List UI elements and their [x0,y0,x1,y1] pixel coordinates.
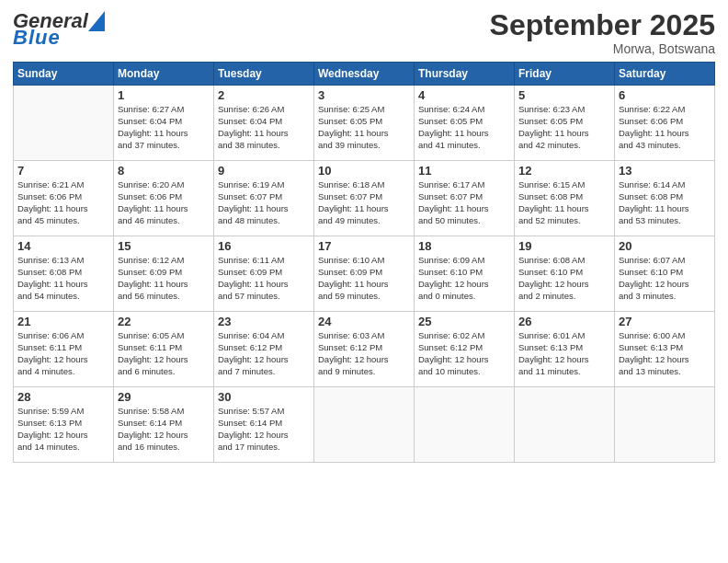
day-number: 13 [619,164,711,178]
month-title: September 2025 [490,9,715,41]
table-row: 19Sunrise: 6:08 AM Sunset: 6:10 PM Dayli… [515,236,615,312]
calendar-week-row: 21Sunrise: 6:06 AM Sunset: 6:11 PM Dayli… [14,312,715,387]
table-row: 29Sunrise: 5:58 AM Sunset: 6:14 PM Dayli… [114,387,214,463]
table-row: 13Sunrise: 6:14 AM Sunset: 6:08 PM Dayli… [615,161,715,236]
cell-info: Sunrise: 6:09 AM Sunset: 6:10 PM Dayligh… [418,255,510,302]
col-thursday: Thursday [415,63,515,86]
table-row: 24Sunrise: 6:03 AM Sunset: 6:12 PM Dayli… [314,312,415,387]
day-number: 30 [218,390,310,404]
table-row: 28Sunrise: 5:59 AM Sunset: 6:13 PM Dayli… [14,387,114,463]
day-number: 18 [418,239,510,253]
table-row: 8Sunrise: 6:20 AM Sunset: 6:06 PM Daylig… [114,161,214,236]
calendar-week-row: 1Sunrise: 6:27 AM Sunset: 6:04 PM Daylig… [14,86,715,161]
col-monday: Monday [114,63,214,86]
table-row: 27Sunrise: 6:00 AM Sunset: 6:13 PM Dayli… [615,312,715,387]
cell-info: Sunrise: 6:13 AM Sunset: 6:08 PM Dayligh… [17,255,109,302]
cell-info: Sunrise: 6:11 AM Sunset: 6:09 PM Dayligh… [218,255,310,302]
calendar-week-row: 14Sunrise: 6:13 AM Sunset: 6:08 PM Dayli… [14,236,715,312]
table-row: 22Sunrise: 6:05 AM Sunset: 6:11 PM Dayli… [114,312,214,387]
logo-arrow-icon [88,11,105,31]
cell-info: Sunrise: 6:27 AM Sunset: 6:04 PM Dayligh… [118,104,210,151]
table-row: 30Sunrise: 5:57 AM Sunset: 6:14 PM Dayli… [214,387,314,463]
table-row: 2Sunrise: 6:26 AM Sunset: 6:04 PM Daylig… [214,86,314,161]
day-number: 19 [518,239,610,253]
day-number: 28 [17,390,109,404]
table-row: 15Sunrise: 6:12 AM Sunset: 6:09 PM Dayli… [114,236,214,312]
day-number: 15 [118,239,210,253]
day-number: 16 [218,239,310,253]
day-number: 5 [518,88,610,102]
day-number: 10 [318,164,410,178]
table-row: 26Sunrise: 6:01 AM Sunset: 6:13 PM Dayli… [515,312,615,387]
day-number: 26 [518,315,610,328]
table-row: 5Sunrise: 6:23 AM Sunset: 6:05 PM Daylig… [515,86,615,161]
cell-info: Sunrise: 6:26 AM Sunset: 6:04 PM Dayligh… [218,104,310,151]
cell-info: Sunrise: 6:05 AM Sunset: 6:11 PM Dayligh… [118,330,210,377]
col-friday: Friday [515,63,615,86]
cell-info: Sunrise: 6:07 AM Sunset: 6:10 PM Dayligh… [619,255,711,302]
cell-info: Sunrise: 6:10 AM Sunset: 6:09 PM Dayligh… [318,255,410,302]
cell-info: Sunrise: 5:57 AM Sunset: 6:14 PM Dayligh… [218,406,310,453]
day-number: 20 [619,239,711,253]
day-number: 11 [418,164,510,178]
day-number: 4 [418,88,510,102]
table-row: 17Sunrise: 6:10 AM Sunset: 6:09 PM Dayli… [314,236,415,312]
calendar-table: Sunday Monday Tuesday Wednesday Thursday… [13,62,715,463]
col-tuesday: Tuesday [214,63,314,86]
table-row [314,387,415,463]
col-saturday: Saturday [615,63,715,86]
day-number: 25 [418,315,510,328]
header: General Blue September 2025 Morwa, Botsw… [13,9,715,56]
cell-info: Sunrise: 6:21 AM Sunset: 6:06 PM Dayligh… [17,179,109,226]
table-row: 10Sunrise: 6:18 AM Sunset: 6:07 PM Dayli… [314,161,415,236]
cell-info: Sunrise: 6:23 AM Sunset: 6:05 PM Dayligh… [518,104,610,151]
logo-blue: Blue [13,26,61,49]
cell-info: Sunrise: 6:08 AM Sunset: 6:10 PM Dayligh… [518,255,610,302]
day-number: 22 [118,315,210,328]
logo: General Blue [13,9,105,50]
cell-info: Sunrise: 6:03 AM Sunset: 6:12 PM Dayligh… [318,330,410,377]
day-number: 9 [218,164,310,178]
table-row: 1Sunrise: 6:27 AM Sunset: 6:04 PM Daylig… [114,86,214,161]
cell-info: Sunrise: 5:58 AM Sunset: 6:14 PM Dayligh… [118,406,210,453]
day-number: 8 [118,164,210,178]
day-number: 3 [318,88,410,102]
table-row: 14Sunrise: 6:13 AM Sunset: 6:08 PM Dayli… [14,236,114,312]
col-sunday: Sunday [14,63,114,86]
day-number: 2 [218,88,310,102]
title-block: September 2025 Morwa, Botswana [490,9,715,56]
cell-info: Sunrise: 6:24 AM Sunset: 6:05 PM Dayligh… [418,104,510,151]
cell-info: Sunrise: 6:15 AM Sunset: 6:08 PM Dayligh… [518,179,610,226]
cell-info: Sunrise: 6:02 AM Sunset: 6:12 PM Dayligh… [418,330,510,377]
day-number: 27 [619,315,711,328]
calendar-week-row: 28Sunrise: 5:59 AM Sunset: 6:13 PM Dayli… [14,387,715,463]
table-row: 4Sunrise: 6:24 AM Sunset: 6:05 PM Daylig… [415,86,515,161]
day-number: 7 [17,164,109,178]
weekday-header-row: Sunday Monday Tuesday Wednesday Thursday… [14,63,715,86]
cell-info: Sunrise: 6:25 AM Sunset: 6:05 PM Dayligh… [318,104,410,151]
table-row: 12Sunrise: 6:15 AM Sunset: 6:08 PM Dayli… [515,161,615,236]
table-row: 23Sunrise: 6:04 AM Sunset: 6:12 PM Dayli… [214,312,314,387]
cell-info: Sunrise: 6:14 AM Sunset: 6:08 PM Dayligh… [619,179,711,226]
cell-info: Sunrise: 6:04 AM Sunset: 6:12 PM Dayligh… [218,330,310,377]
table-row: 7Sunrise: 6:21 AM Sunset: 6:06 PM Daylig… [14,161,114,236]
table-row: 9Sunrise: 6:19 AM Sunset: 6:07 PM Daylig… [214,161,314,236]
day-number: 12 [518,164,610,178]
cell-info: Sunrise: 6:06 AM Sunset: 6:11 PM Dayligh… [17,330,109,377]
cell-info: Sunrise: 5:59 AM Sunset: 6:13 PM Dayligh… [17,406,109,453]
day-number: 6 [619,88,711,102]
table-row: 16Sunrise: 6:11 AM Sunset: 6:09 PM Dayli… [214,236,314,312]
cell-info: Sunrise: 6:12 AM Sunset: 6:09 PM Dayligh… [118,255,210,302]
table-row: 25Sunrise: 6:02 AM Sunset: 6:12 PM Dayli… [415,312,515,387]
cell-info: Sunrise: 6:17 AM Sunset: 6:07 PM Dayligh… [418,179,510,226]
day-number: 17 [318,239,410,253]
table-row: 11Sunrise: 6:17 AM Sunset: 6:07 PM Dayli… [415,161,515,236]
table-row: 3Sunrise: 6:25 AM Sunset: 6:05 PM Daylig… [314,86,415,161]
cell-info: Sunrise: 6:00 AM Sunset: 6:13 PM Dayligh… [619,330,711,377]
table-row: 20Sunrise: 6:07 AM Sunset: 6:10 PM Dayli… [615,236,715,312]
col-wednesday: Wednesday [314,63,415,86]
table-row: 6Sunrise: 6:22 AM Sunset: 6:06 PM Daylig… [615,86,715,161]
table-row: 21Sunrise: 6:06 AM Sunset: 6:11 PM Dayli… [14,312,114,387]
calendar-week-row: 7Sunrise: 6:21 AM Sunset: 6:06 PM Daylig… [14,161,715,236]
subtitle: Morwa, Botswana [490,41,715,56]
